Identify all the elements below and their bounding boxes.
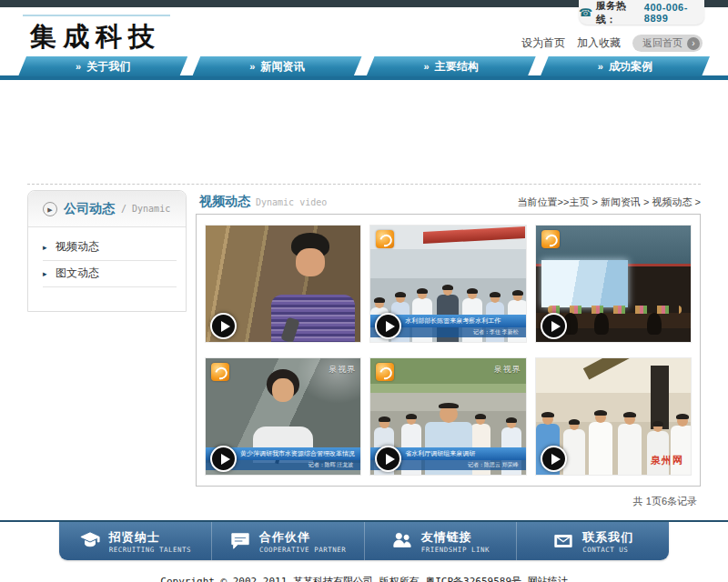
graduate-icon [79,531,101,551]
nav-tab-label: 关于我们 [86,59,130,75]
nav-tab-cases[interactable]: » 成功案例 [541,56,710,76]
video-thumbnail-3[interactable] [536,226,691,342]
video-thumbnail-2[interactable]: 水利部部长陈雷来泉考察水利工作 记者：李佳 李新松 [370,226,525,342]
footer-section-title: 合作伙伴 [259,529,346,546]
footer-section-subtitle: RECRUITING TALENTS [109,546,191,554]
footer-section-subtitle: FRIENDSHIP LINK [421,546,490,554]
nav-tab-label: 新闻资讯 [260,59,304,75]
footer-section-contact[interactable]: 联系我们 CONTACT US [517,522,669,560]
video-thumbnail-1[interactable] [206,226,360,342]
arrow-right-icon: › [687,37,700,50]
footer-section-recruiting[interactable]: 招贤纳士 RECRUITING TALENTS [59,522,212,560]
video-thumbnail-5[interactable]: 泉视界 省水利厅调研组来泉调研 记者：陈思云 郑荣峰 [370,358,525,475]
sidebar: ▶ 公司动态 / Dynamic ▸ 视频动态 ▸ 图文动态 [27,190,187,508]
footer-section-links[interactable]: 友情链接 FRIENDSHIP LINK [365,522,518,560]
banner-area [0,80,728,184]
content-area: ▶ 公司动态 / Dynamic ▸ 视频动态 ▸ 图文动态 视频动态 Dyna… [27,184,701,508]
video-thumbnail-6[interactable]: 泉州网 [536,358,691,475]
footer-bar: 招贤纳士 RECRUITING TALENTS 合作伙伴 COOPERATIVE… [59,522,669,560]
footer-section-subtitle: COOPERATIVE PARTNER [259,546,346,554]
play-button-icon[interactable] [210,446,237,472]
tv-station-logo-icon [376,363,394,381]
footer-section-title: 联系我们 [582,529,633,546]
tv-station-logo-icon [376,230,394,248]
sidebar-item-video-news[interactable]: ▸ 视频动态 [43,235,177,261]
sidebar-header: ▶ 公司动态 / Dynamic [28,191,186,227]
watermark-text: 泉州网 [651,454,683,467]
nav-arrow-icon: » [249,61,255,72]
footer-section-title: 友情链接 [421,529,490,546]
mail-icon [552,531,574,551]
back-home-button[interactable]: 返回首页 › [632,35,703,52]
logo-accent-line [23,15,170,16]
footer-section-title: 招贤纳士 [109,529,191,546]
watermark-text: 泉视界 [329,364,356,376]
footer-section-subtitle: CONTACT US [582,546,633,554]
person-figure [647,313,662,335]
sidebar-item-label: 图文动态 [56,266,99,279]
nav-arrow-icon: » [598,61,603,72]
main-nav: » 关于我们 » 新闻资讯 » 主要结构 » 成功案例 [0,56,728,80]
footer: 招贤纳士 RECRUITING TALENTS 合作伙伴 COOPERATIVE… [0,520,728,560]
tv-station-logo-icon [211,363,229,381]
projection-screen-shape [541,260,628,306]
back-home-label: 返回首页 [642,36,682,50]
sidebar-title: 公司动态 [64,201,115,217]
column-shape [651,366,669,429]
bullet-arrow-icon: ▸ [43,269,47,278]
set-home-link[interactable]: 设为首页 [521,35,565,51]
play-circle-icon: ▶ [43,202,57,216]
add-favorite-link[interactable]: 加入收藏 [577,35,621,51]
nav-tab-structure[interactable]: » 主要结构 [367,56,536,76]
chat-bubble-icon [229,531,251,551]
page-title: 视频动态 [199,194,250,210]
copyright-text: Copyright © 2002-2011 某某科技有限公司 版权所有 粤ICP… [0,575,728,582]
breadcrumb[interactable]: 当前位置>>主页 > 新闻资讯 > 视频动态 > [518,196,701,209]
pagination-status: 共 1页6条记录 [196,495,697,508]
nav-tab-news[interactable]: » 新闻资讯 [192,56,361,76]
play-button-icon[interactable] [541,446,567,472]
nav-tab-label: 主要结构 [435,59,479,75]
page-subtitle: Dynamic video [256,197,327,207]
person-figure [594,313,609,335]
video-grid: 水利部部长陈雷来泉考察水利工作 记者：李佳 李新松 [196,214,701,487]
sidebar-subtitle: / Dynamic [121,204,170,214]
nav-tab-about[interactable]: » 关于我们 [18,56,187,76]
site-header: 集成科技 设为首页 加入收藏 返回首页 › [0,7,728,56]
sidebar-item-label: 视频动态 [56,240,99,253]
bullet-arrow-icon: ▸ [43,243,47,252]
watermark-text: 泉视界 [494,364,521,376]
person-figure [296,248,325,276]
red-banner-shape [423,226,525,244]
nav-tab-label: 成功案例 [609,59,652,75]
site-logo[interactable]: 集成科技 [30,19,161,55]
person-figure [272,378,294,402]
sidebar-item-image-news[interactable]: ▸ 图文动态 [43,261,177,287]
nav-arrow-icon: » [424,61,430,72]
video-thumbnail-4[interactable]: 泉视界 黄少萍调研我市水资源综合管理改革情况 记者：陈晖 汪龙波 [206,358,360,475]
play-button-icon[interactable] [541,313,567,339]
ceiling-beam-shape [583,358,645,380]
main-panel: 视频动态 Dynamic video 当前位置>>主页 > 新闻资讯 > 视频动… [196,190,701,508]
quick-links: 设为首页 加入收藏 返回首页 › [521,35,703,52]
tv-station-logo-icon [541,230,560,248]
nav-arrow-icon: » [76,61,81,72]
footer-section-partners[interactable]: 合作伙伴 COOPERATIVE PARTNER [212,522,365,560]
people-icon [391,531,413,551]
play-button-icon[interactable] [210,313,237,339]
